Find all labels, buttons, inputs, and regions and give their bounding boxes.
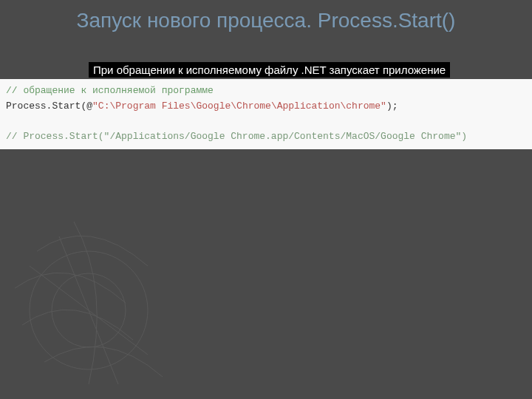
code-at-symbol: @ (86, 100, 92, 112)
svg-point-1 (52, 273, 126, 347)
slide-container: Запуск нового процесса. Process.Start() … (0, 0, 532, 399)
code-string-literal: "C:\Program Files\Google\Chrome\Applicat… (92, 100, 386, 112)
code-paren-close: ); (386, 100, 398, 112)
code-block: // обращение к исполняемой программе Pro… (0, 79, 532, 149)
code-comment-line1: // обращение к исполняемой программе (6, 85, 214, 96)
subtitle-box: При обращении к исполняемому файлу .NET … (89, 62, 450, 78)
background-decoration (0, 177, 259, 399)
slide-title: Запуск нового процесса. Process.Start() (0, 0, 532, 62)
code-method-call: Process.Start (6, 100, 81, 112)
svg-point-0 (30, 251, 148, 369)
code-comment-line4: // Process.Start("/Applications/Google C… (6, 131, 467, 142)
